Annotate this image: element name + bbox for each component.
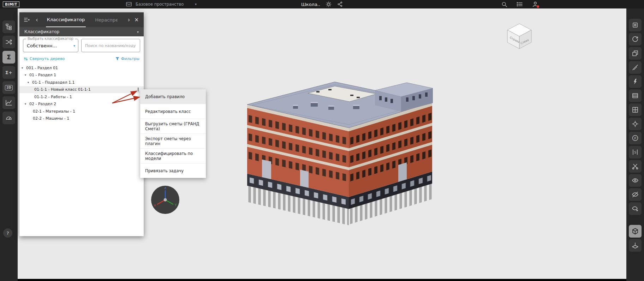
orbit-tool[interactable] — [629, 33, 642, 46]
collapse-tree-link[interactable]: Свернуть дерево — [24, 56, 65, 61]
cut-tool[interactable] — [629, 160, 642, 173]
axis-z-label: z — [165, 186, 166, 190]
menu-item-link-task[interactable]: Привязать задачу — [140, 163, 206, 178]
chevron-right-icon[interactable]: › — [128, 17, 130, 23]
clip-plane-icon — [632, 242, 639, 249]
layers-tool[interactable] — [629, 47, 642, 60]
user-account-button[interactable] — [532, 1, 538, 7]
panel-menu-icon[interactable] — [24, 17, 30, 23]
clash-tool[interactable] — [629, 75, 642, 88]
chevron-left-icon[interactable]: ‹ — [36, 17, 38, 23]
tree-item-label: 01 - Раздел 1 — [29, 73, 56, 77]
workspace-icon — [126, 1, 132, 7]
close-icon[interactable]: × — [134, 17, 139, 23]
building-model[interactable] — [247, 82, 433, 225]
2d-view-tool[interactable]: 2D — [2, 81, 15, 94]
focus-tool[interactable] — [629, 118, 642, 130]
tab-classifier[interactable]: Классификатор — [46, 12, 86, 27]
app-logo: BiMiT — [3, 1, 19, 7]
caret-down-icon[interactable]: ▾ — [28, 81, 32, 84]
tree-item-label: 01-1 - Подраздел 1.1 — [32, 80, 75, 85]
collapse-arrows-icon — [24, 57, 28, 61]
hide-object-tool[interactable] — [629, 188, 642, 201]
clip-plane-tool[interactable] — [629, 239, 642, 252]
section-box-tool[interactable] — [629, 225, 642, 238]
add-estimate-tool[interactable]: Σ+ — [2, 66, 15, 79]
left-toolbar: Σ Σ+ 2D — [0, 8, 18, 281]
tree-item-label: 01-1-2 - Работы - 1 — [34, 95, 72, 99]
filters-link[interactable]: Фильтры — [115, 56, 139, 61]
lightning-icon — [632, 78, 639, 85]
tree-item-selected[interactable]: 01-1-1 - Новый класс 01-1-1 ⋮ — [19, 86, 144, 94]
menu-item-export-plugin[interactable]: Экспорт сметы через плагин — [140, 134, 206, 149]
grid-icon — [632, 106, 639, 113]
section-header[interactable]: Классификатор ▾ — [19, 27, 144, 36]
charts-tool[interactable] — [2, 96, 15, 109]
bottom-edge-strip — [0, 279, 644, 281]
measure-tool[interactable] — [629, 61, 642, 74]
show-all-tool[interactable] — [629, 202, 642, 215]
list-icon[interactable] — [517, 1, 523, 7]
context-menu: Добавить правило Редактировать класс Выг… — [140, 89, 206, 178]
classifier-tree: ▾ 001 - Раздел 01 ▾ 01 - Раздел 1 ▾ 01-1… — [19, 64, 144, 122]
classifier-select[interactable]: Выбрать классификатор Собственн… ▾ — [23, 39, 78, 52]
2d-icon: 2D — [5, 85, 13, 90]
menu-item-export-grand[interactable]: Выгрузить сметы (ГРАНД Смета) — [140, 119, 206, 134]
tree-actions: Свернуть дерево Фильтры — [19, 52, 144, 61]
model-tree-tool[interactable] — [2, 20, 15, 33]
layers-icon — [632, 50, 639, 57]
collapse-tree-label: Свернуть дерево — [30, 56, 65, 61]
menu-item-add-rule[interactable]: Добавить правило — [140, 89, 206, 104]
tree-item-label: 02-1 - Материалы - 1 — [33, 109, 75, 114]
navigation-axes-gizmo[interactable]: z x Y — [150, 185, 180, 215]
menu-item-classify-by-model[interactable]: Классифицировать по модели — [140, 149, 206, 163]
search-input[interactable] — [81, 39, 140, 52]
menu-item-edit-class[interactable]: Редактировать класс — [140, 104, 206, 119]
section-profile-tool[interactable]: S — [629, 146, 642, 159]
estimates-tool[interactable]: Σ — [2, 51, 15, 64]
question-icon: ? — [7, 231, 9, 236]
caret-down-icon[interactable]: ▾ — [25, 102, 29, 106]
section-profile-icon: S — [632, 149, 639, 156]
visibility-tool[interactable] — [629, 174, 642, 187]
tree-item[interactable]: ▾ 02 - Раздел 2 — [19, 101, 144, 108]
tree-item[interactable]: 02-2 - Машины - 1 — [19, 115, 144, 122]
tree-item-label: 01-1-1 - Новый класс 01-1-1 — [34, 87, 91, 92]
tree-item-label: 02 - Раздел 2 — [29, 102, 56, 106]
shuffle-icon — [5, 38, 12, 46]
select-window-tool[interactable] — [629, 19, 642, 31]
view-cube[interactable]: Справа Слева — [506, 22, 533, 49]
search-icon[interactable] — [501, 1, 507, 7]
caret-down-icon[interactable]: ▾ — [25, 73, 29, 77]
right-toolbar: P S — [626, 8, 644, 281]
scissors-icon — [632, 163, 639, 170]
tree-item[interactable]: 02-1 - Материалы - 1 — [19, 108, 144, 115]
top-bar: BiMiT Базовое пространство ▾ Школа.. — [0, 0, 644, 8]
tree-item[interactable]: 01-1-2 - Работы - 1 — [19, 93, 144, 101]
share-icon[interactable] — [337, 1, 343, 7]
svg-text:P: P — [634, 137, 636, 140]
caret-down-icon[interactable]: ▾ — [22, 66, 26, 70]
section-title: Классификатор — [24, 29, 59, 34]
connections-tool[interactable] — [2, 36, 15, 48]
tree-item[interactable]: ▾ 01-1 - Подраздел 1.1 — [19, 79, 144, 86]
tab-unassigned[interactable]: Нераспре — [95, 17, 118, 23]
tree-item[interactable]: ▾ 001 - Раздел 01 — [19, 64, 144, 72]
tree-item-label: 001 - Раздел 01 — [26, 66, 58, 70]
gear-icon[interactable] — [326, 1, 332, 7]
chevron-down-icon: ▾ — [137, 30, 139, 34]
focus-icon — [632, 120, 639, 127]
eye-icon — [632, 177, 639, 184]
dashboard-tool[interactable] — [2, 112, 15, 124]
tree-item-label: 02-2 - Машины - 1 — [33, 116, 69, 121]
storeys-tool[interactable] — [629, 89, 642, 102]
parameters-icon: P — [632, 134, 639, 142]
tree-item[interactable]: ▾ 01 - Раздел 1 — [19, 72, 144, 79]
storeys-icon — [632, 92, 639, 99]
svg-text:S: S — [634, 151, 636, 154]
help-button[interactable]: ? — [3, 228, 12, 238]
sigma-icon: Σ — [7, 54, 11, 61]
grid-tool[interactable] — [629, 103, 642, 116]
workspace-selector[interactable]: Базовое пространство ▾ — [126, 0, 197, 8]
parameters-tool[interactable]: P — [629, 132, 642, 144]
